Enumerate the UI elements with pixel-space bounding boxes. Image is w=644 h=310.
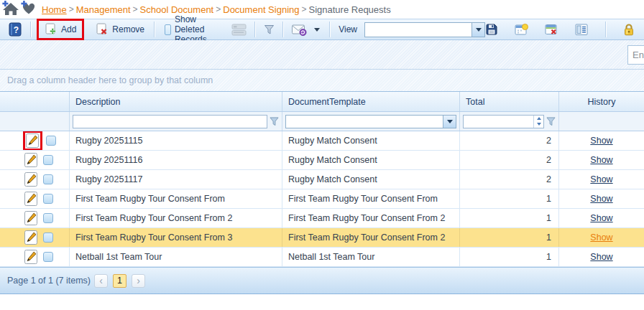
delete-layout-icon[interactable] [545, 24, 558, 36]
description-cell: Rugby 20251117 [70, 170, 282, 189]
breadcrumb-document-signing[interactable]: Document Signing [223, 4, 299, 15]
row-edit-cell [0, 209, 70, 227]
description-filter-input[interactable] [73, 115, 267, 128]
document-template-cell: Netball 1st Team Tour [282, 248, 460, 266]
toolbar-separator [254, 22, 256, 37]
filter-funnel-icon[interactable] [546, 117, 556, 126]
group-by-panel: Drag a column header here to group by th… [0, 70, 644, 91]
edit-record-icon[interactable] [23, 131, 42, 150]
lock-icon[interactable] [623, 23, 635, 36]
table-row[interactable]: First Team Rugby Tour Consent From 2 Fir… [0, 209, 644, 228]
breadcrumb-home[interactable]: Home [42, 4, 67, 15]
chevron-down-icon [447, 120, 453, 123]
row-select-checkbox[interactable] [43, 194, 53, 204]
add-button-annotation: Add [37, 19, 84, 40]
remove-button[interactable]: Remove [90, 21, 150, 38]
view-combobox[interactable] [364, 22, 485, 37]
search-input[interactable] [627, 45, 644, 65]
filter-history-cell [559, 112, 644, 131]
description-cell: First Team Rugby Tour Consent From 2 [70, 209, 282, 227]
signature-requests-grid: Description DocumentTemplate Total Histo… [0, 91, 644, 267]
add-button[interactable]: Add [39, 21, 82, 38]
column-chooser-icon[interactable] [575, 24, 589, 36]
row-select-checkbox[interactable] [43, 213, 53, 223]
row-select-checkbox[interactable] [46, 136, 56, 146]
total-filter-spinbox[interactable] [463, 115, 544, 128]
show-deleted-checkbox-icon [165, 24, 171, 35]
spin-up-icon[interactable] [534, 116, 543, 122]
description-cell: Rugby 20251115 [70, 131, 282, 150]
edit-record-icon[interactable] [23, 151, 40, 169]
pager-next-button[interactable]: › [132, 274, 145, 288]
toolbar-separator [30, 22, 32, 37]
add-button-label: Add [61, 24, 76, 34]
chevron-down-icon [476, 28, 482, 32]
row-select-checkbox[interactable] [43, 232, 53, 243]
total-cell: 2 [460, 170, 559, 189]
history-cell: Show [559, 131, 644, 150]
header-edit-column [0, 92, 70, 111]
history-show-link[interactable]: Show [590, 174, 612, 184]
row-select-checkbox[interactable] [43, 174, 53, 184]
filter-template-cell [282, 112, 460, 131]
edit-record-icon[interactable] [23, 190, 40, 207]
header-description[interactable]: Description [70, 92, 282, 111]
table-row[interactable]: Rugby 20251116 Rugby Match Consent 2 Sho… [0, 151, 644, 170]
header-history[interactable]: History [559, 92, 644, 111]
filter-funnel-icon[interactable] [264, 24, 275, 35]
edit-record-icon[interactable] [23, 210, 40, 227]
history-cell: Show [559, 228, 644, 247]
spin-down-icon[interactable] [534, 121, 543, 128]
help-icon[interactable]: ? [9, 22, 22, 37]
header-document-template[interactable]: DocumentTemplate [282, 92, 460, 111]
header-total[interactable]: Total [460, 92, 559, 111]
history-show-link[interactable]: Show [590, 136, 612, 146]
document-template-cell: Rugby Match Consent [282, 151, 460, 169]
table-row[interactable]: First Team Rugby Tour Consent From First… [0, 189, 644, 209]
row-edit-cell [0, 131, 70, 150]
document-template-cell: Rugby Match Consent [282, 170, 460, 189]
description-cell: First Team Rugby Tour Consent From 3 [70, 228, 282, 247]
grid-filter-row [0, 112, 644, 131]
template-filter-combobox[interactable] [285, 115, 456, 128]
row-select-checkbox[interactable] [43, 155, 53, 165]
edit-record-icon[interactable] [23, 171, 40, 188]
table-row[interactable]: First Team Rugby Tour Consent From 3 Fir… [0, 228, 644, 248]
row-select-checkbox[interactable] [43, 252, 53, 262]
document-template-cell: First Team Rugby Tour Consent From 2 [282, 209, 460, 227]
history-show-link[interactable]: Show [590, 155, 612, 165]
table-row[interactable]: Rugby 20251117 Rugby Match Consent 2 Sho… [0, 170, 644, 189]
history-show-link[interactable]: Show [590, 252, 612, 262]
edit-record-icon[interactable] [23, 248, 40, 266]
remove-button-label: Remove [112, 24, 144, 34]
grid-body: Rugby 20251115 Rugby Match Consent 2 Sho… [0, 131, 644, 267]
favorite-add-icon[interactable] [21, 1, 37, 17]
table-row[interactable]: Rugby 20251115 Rugby Match Consent 2 Sho… [0, 131, 644, 151]
pager-page-1-button[interactable]: 1 [113, 274, 126, 288]
app-window: Home > Management > School Document > Do… [0, 0, 644, 310]
export-dropdown-caret-icon[interactable] [314, 28, 320, 32]
send-mail-icon[interactable] [292, 24, 307, 36]
new-layout-icon[interactable] [515, 24, 528, 36]
view-combobox-input[interactable] [365, 23, 472, 37]
breadcrumb-separator: > [133, 4, 138, 14]
remove-page-icon [96, 23, 109, 36]
toolbar-separator [329, 22, 331, 37]
template-filter-input[interactable] [286, 116, 443, 128]
pager-prev-button[interactable]: ‹ [94, 274, 108, 288]
edit-record-icon[interactable] [23, 229, 40, 246]
breadcrumb-management[interactable]: Management [76, 4, 131, 15]
total-cell: 2 [460, 151, 559, 169]
view-combobox-dropdown-button[interactable] [472, 23, 484, 37]
filter-funnel-icon[interactable] [270, 117, 279, 126]
template-filter-dropdown-button[interactable] [443, 116, 456, 128]
history-show-link[interactable]: Show [590, 232, 612, 243]
save-layout-icon[interactable] [485, 23, 498, 36]
history-show-link[interactable]: Show [590, 194, 612, 204]
home-add-icon[interactable] [2, 1, 19, 18]
row-edit-cell [0, 170, 70, 189]
history-cell: Show [559, 170, 644, 189]
breadcrumb: Home > Management > School Document > Do… [0, 0, 644, 19]
table-row[interactable]: Netball 1st Team Tour Netball 1st Team T… [0, 248, 644, 267]
history-show-link[interactable]: Show [590, 213, 612, 223]
